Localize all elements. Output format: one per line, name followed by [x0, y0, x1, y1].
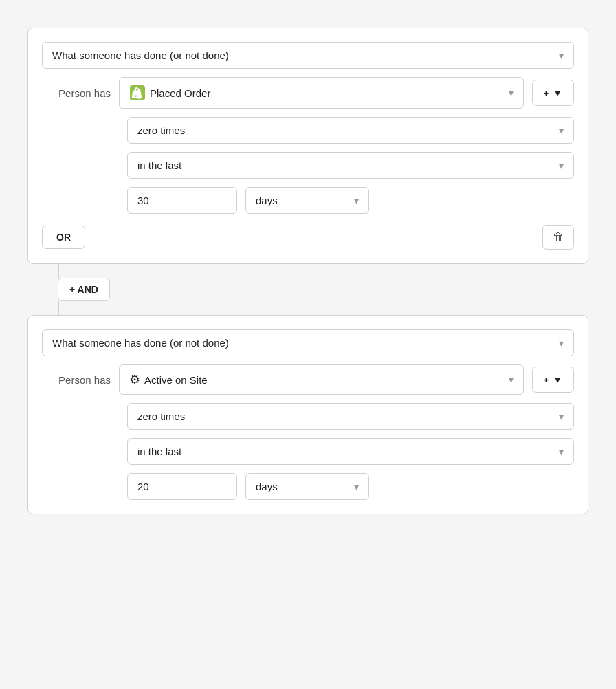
- what-done-label-2: What someone has done (or not done): [52, 337, 229, 349]
- timeperiod-label-1: in the last: [138, 160, 182, 171]
- conditions-container: What someone has done (or not done) ▾ Pe…: [14, 14, 602, 528]
- condition-block-1: What someone has done (or not done) ▾ Pe…: [28, 28, 588, 264]
- days-dropdown-2[interactable]: days ▾: [245, 473, 369, 500]
- frequency-row-2: zero times ▾: [42, 403, 574, 430]
- timeperiod-label-2: in the last: [138, 446, 182, 457]
- timeperiod-row-2: in the last ▾: [42, 438, 574, 465]
- chevron-down-icon-days-2: ▾: [354, 481, 359, 492]
- or-label-1: OR: [56, 232, 71, 243]
- condition-block-2: What someone has done (or not done) ▾ Pe…: [28, 315, 588, 514]
- what-done-dropdown-1[interactable]: What someone has done (or not done) ▾: [42, 42, 574, 69]
- number-input-1[interactable]: [127, 187, 237, 214]
- timeperiod-row-1: in the last ▾: [42, 152, 574, 179]
- what-done-label-1: What someone has done (or not done): [52, 50, 229, 61]
- chevron-down-icon-2: ▾: [559, 338, 564, 349]
- vertical-line-bottom: [58, 301, 59, 315]
- filter-button-1[interactable]: + ▼: [532, 80, 574, 106]
- chevron-down-icon-days-1: ▾: [354, 195, 359, 206]
- frequency-dropdown-1[interactable]: zero times ▾: [127, 117, 574, 144]
- number-row-1: days ▾: [42, 187, 574, 214]
- number-input-2[interactable]: [127, 473, 237, 500]
- chevron-down-icon-freq-1: ▾: [559, 125, 564, 136]
- action-dropdown-2[interactable]: ⚙ Active on Site ▾: [119, 364, 524, 395]
- action-inner-1: Placed Order: [129, 85, 503, 101]
- filter-icon-2: +: [544, 375, 549, 385]
- connector-section: + AND: [28, 264, 588, 315]
- chevron-down-icon-freq-2: ▾: [559, 411, 564, 422]
- and-label: + AND: [69, 284, 98, 295]
- action-label-1: Placed Order: [150, 87, 210, 99]
- vertical-line-top: [58, 264, 59, 278]
- chevron-down-icon-time-2: ▾: [559, 446, 564, 457]
- chevron-down-icon-action-1: ▾: [509, 87, 514, 98]
- gear-icon-1: ⚙: [129, 372, 140, 387]
- bottom-row-1: OR 🗑: [42, 225, 574, 250]
- timeperiod-dropdown-2[interactable]: in the last ▾: [127, 438, 574, 465]
- chevron-down-icon-time-1: ▾: [559, 160, 564, 171]
- person-label-2: Person has: [42, 374, 111, 386]
- main-dropdown-row-1: What someone has done (or not done) ▾: [42, 42, 574, 69]
- shopify-icon-1: [129, 85, 146, 101]
- delete-button-1[interactable]: 🗑: [542, 225, 574, 250]
- or-button-1[interactable]: OR: [42, 226, 85, 249]
- chevron-down-icon-1: ▾: [559, 50, 564, 61]
- action-label-2: Active on Site: [144, 374, 208, 386]
- main-dropdown-row-2: What someone has done (or not done) ▾: [42, 329, 574, 356]
- days-dropdown-1[interactable]: days ▾: [245, 187, 369, 214]
- action-inner-2: ⚙ Active on Site: [129, 372, 503, 387]
- action-dropdown-1[interactable]: Placed Order ▾: [119, 77, 524, 109]
- person-row-2: Person has ⚙ Active on Site ▾ + ▼: [42, 364, 574, 395]
- chevron-down-icon-action-2: ▾: [509, 374, 514, 385]
- frequency-label-2: zero times: [138, 411, 185, 422]
- filter-button-2[interactable]: + ▼: [532, 367, 574, 393]
- days-label-1: days: [256, 195, 278, 206]
- what-done-dropdown-2[interactable]: What someone has done (or not done) ▾: [42, 329, 574, 356]
- number-row-2: days ▾: [42, 473, 574, 500]
- frequency-dropdown-2[interactable]: zero times ▾: [127, 403, 574, 430]
- filter-funnel-2: ▼: [553, 374, 562, 385]
- person-label-1: Person has: [42, 87, 111, 99]
- frequency-row-1: zero times ▾: [42, 117, 574, 144]
- filter-funnel-1: ▼: [553, 87, 562, 98]
- timeperiod-dropdown-1[interactable]: in the last ▾: [127, 152, 574, 179]
- filter-icon-1: +: [544, 88, 549, 98]
- and-button[interactable]: + AND: [58, 278, 110, 301]
- person-row-1: Person has Placed Order ▾ + ▼: [42, 77, 574, 109]
- frequency-label-1: zero times: [138, 124, 185, 136]
- days-label-2: days: [256, 481, 278, 492]
- trash-icon-1: 🗑: [553, 231, 564, 243]
